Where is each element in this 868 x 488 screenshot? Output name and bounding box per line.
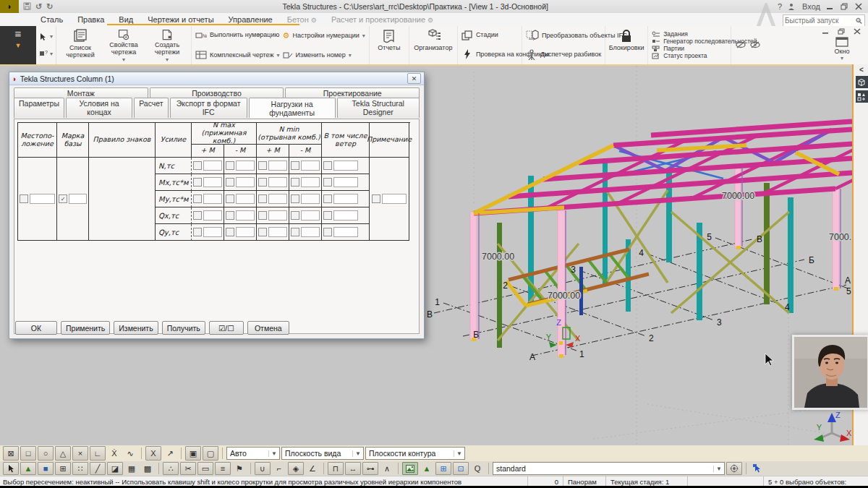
- lots-button[interactable]: Партии: [652, 46, 727, 52]
- checkbox[interactable]: [258, 228, 267, 236]
- select-all-button[interactable]: [3, 462, 19, 475]
- value-input[interactable]: [236, 210, 255, 221]
- dialog-close-button[interactable]: ✕: [407, 73, 421, 84]
- locks-button[interactable]: Блокировки: [609, 27, 644, 63]
- location-input[interactable]: [30, 194, 55, 204]
- get-button[interactable]: Получить: [162, 321, 205, 335]
- render-mode-button[interactable]: [402, 462, 418, 475]
- value-input[interactable]: [301, 177, 320, 187]
- snap-curve-button[interactable]: ∿: [123, 447, 137, 460]
- quick-launch-input[interactable]: [783, 16, 855, 25]
- checkbox[interactable]: [226, 228, 234, 236]
- value-input[interactable]: [268, 177, 287, 187]
- view-close-button[interactable]: [854, 27, 862, 35]
- snap-mode-select[interactable]: Авто▼: [226, 447, 280, 460]
- organizer-button[interactable]: Организатор: [413, 27, 454, 63]
- cancel-button[interactable]: Отмена: [247, 321, 289, 335]
- close-button[interactable]: [855, 3, 864, 10]
- menu-steel[interactable]: Сталь: [33, 15, 70, 24]
- checkbox[interactable]: [323, 194, 332, 203]
- inquire-tool-button[interactable]: ? ▾: [39, 49, 53, 58]
- select-cut-button[interactable]: ✂: [180, 462, 196, 475]
- checkbox[interactable]: [258, 211, 267, 220]
- value-input[interactable]: [203, 177, 222, 187]
- tab-tekla-structural-designer[interactable]: Tekla Structural Designer: [337, 98, 420, 118]
- tab-proizvodstvo[interactable]: Производство: [150, 87, 284, 98]
- toggle-all-checkboxes-button[interactable]: ☑/☐: [209, 321, 244, 335]
- checkbox[interactable]: [323, 211, 332, 220]
- value-input[interactable]: [203, 227, 222, 237]
- checkbox[interactable]: [226, 194, 234, 203]
- select-arc-button[interactable]: ∧: [380, 463, 394, 474]
- select-bolt-group-button[interactable]: ∪: [255, 462, 271, 475]
- checkbox[interactable]: [323, 228, 332, 236]
- create-drawings-button[interactable]: Создать чертежи ▾: [147, 27, 187, 63]
- checkbox[interactable]: [323, 161, 332, 170]
- save-icon[interactable]: [23, 2, 31, 12]
- snap-intersection-button[interactable]: X: [145, 446, 161, 461]
- select-component-button[interactable]: ⊓: [328, 462, 344, 475]
- master-drawing-button[interactable]: Комплексный чертеж ▾: [195, 51, 280, 59]
- sign-rule-cell[interactable]: [89, 158, 156, 241]
- value-input[interactable]: [333, 160, 358, 171]
- shapes-catalog-button[interactable]: [856, 90, 868, 103]
- snap-cross-button[interactable]: ×: [72, 446, 88, 461]
- apply-button[interactable]: Применить: [61, 321, 110, 335]
- restore-button[interactable]: [841, 3, 849, 10]
- tab-raschet[interactable]: Расчет: [134, 98, 168, 118]
- show-icon[interactable]: [749, 40, 761, 51]
- checkbox[interactable]: [291, 178, 299, 187]
- select-connection-button[interactable]: ⊶: [362, 462, 378, 475]
- snap-triangle-button[interactable]: △: [55, 446, 71, 461]
- select-assembly-button[interactable]: [750, 463, 765, 474]
- dialog-title-bar[interactable]: ◗ Tekla Structures Column (1) ✕: [9, 72, 424, 85]
- checkbox[interactable]: [291, 161, 299, 170]
- menu-edit[interactable]: Правка: [70, 15, 111, 24]
- checkbox[interactable]: [193, 161, 202, 170]
- checkbox[interactable]: [291, 228, 299, 236]
- collapse-chevron-icon[interactable]: <: [859, 66, 864, 74]
- snap-center-button[interactable]: ▣: [185, 446, 201, 461]
- value-input[interactable]: [236, 194, 255, 204]
- select-points-button[interactable]: ▲: [20, 462, 36, 475]
- snap-midpoint-button[interactable]: Ẋ: [107, 447, 122, 460]
- value-input[interactable]: [301, 160, 320, 171]
- select-distance-button[interactable]: ↔: [345, 462, 361, 475]
- redo-icon[interactable]: ↻: [46, 2, 53, 12]
- window-menu-button[interactable]: Окно ▾: [835, 36, 850, 61]
- tab-proektirovanie[interactable]: Проектирование: [285, 87, 420, 98]
- value-input[interactable]: [268, 160, 287, 171]
- snap-circle-button[interactable]: ○: [38, 446, 54, 461]
- select-angle-button[interactable]: ∠: [305, 463, 320, 474]
- project-status-button[interactable]: Статус проекта: [652, 53, 727, 59]
- value-input[interactable]: [203, 194, 222, 204]
- drawing-list-button[interactable]: Список чертежей: [60, 27, 101, 63]
- base-mark-input[interactable]: [69, 194, 87, 204]
- value-input[interactable]: [333, 194, 358, 204]
- value-input[interactable]: [236, 160, 255, 171]
- select-mesh-button[interactable]: ▦: [124, 463, 139, 474]
- menu-manage[interactable]: Управление: [221, 15, 280, 24]
- note-input[interactable]: [382, 194, 407, 204]
- checkbox[interactable]: [193, 194, 202, 203]
- snap-bounding-button[interactable]: ⊠: [3, 446, 19, 461]
- view-minimize-button[interactable]: [822, 27, 830, 35]
- menu-analysis-design[interactable]: Расчет и проектирование ⚙: [324, 15, 441, 24]
- value-input[interactable]: [236, 177, 255, 187]
- menu-drawings-reports[interactable]: Чертежи и отчеты: [140, 15, 221, 24]
- value-input[interactable]: [333, 227, 358, 237]
- select-view-button[interactable]: ▭: [197, 462, 213, 475]
- value-input[interactable]: [301, 210, 320, 221]
- clash-check-button[interactable]: Проверка на конфликты: [461, 48, 518, 60]
- value-input[interactable]: [203, 210, 222, 221]
- select-parts-button[interactable]: ■: [38, 462, 54, 475]
- menu-concrete[interactable]: Бетон ⚙: [280, 15, 324, 24]
- zoom-tool-button[interactable]: Q: [470, 463, 485, 474]
- value-input[interactable]: [236, 227, 255, 237]
- checkbox[interactable]: [323, 178, 332, 187]
- value-input[interactable]: [301, 194, 320, 204]
- terrain-button[interactable]: ▲: [420, 463, 434, 474]
- value-input[interactable]: [268, 227, 287, 237]
- tab-montazh[interactable]: Монтаж: [14, 87, 148, 98]
- tab-usloviya[interactable]: Условия на концах: [66, 98, 132, 118]
